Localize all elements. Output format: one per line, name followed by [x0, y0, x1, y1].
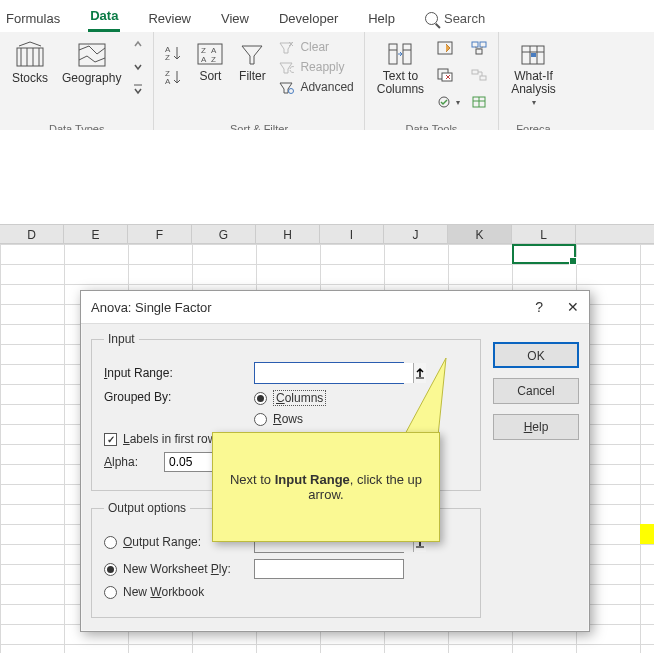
sort-za-button[interactable]: ZA — [164, 68, 184, 86]
new-worksheet-ply-input[interactable] — [254, 559, 404, 579]
flash-fill-button[interactable] — [436, 40, 460, 59]
radio-icon — [254, 392, 267, 405]
col-header[interactable]: F — [128, 225, 192, 243]
svg-text:A: A — [211, 46, 217, 55]
output-legend: Output options — [104, 501, 190, 515]
group-data-types: Stocks Geography Data Types — [0, 32, 154, 137]
sort-az-button[interactable]: AZ — [164, 44, 184, 62]
consolidate-button[interactable] — [470, 40, 488, 59]
svg-rect-33 — [480, 76, 486, 80]
input-range-field — [254, 362, 404, 384]
stocks-icon — [15, 40, 45, 70]
search-icon — [425, 12, 438, 25]
col-header[interactable]: E — [64, 225, 128, 243]
svg-rect-25 — [442, 73, 452, 81]
dialog-help-icon[interactable]: ? — [535, 299, 543, 315]
clear-button[interactable]: Clear — [278, 40, 353, 54]
svg-text:Z: Z — [201, 46, 206, 55]
col-header[interactable]: K — [448, 225, 512, 243]
instruction-callout: Next to Input Range, click the up arrow. — [212, 432, 440, 542]
filter-button[interactable]: Filter — [236, 38, 268, 85]
input-range-input[interactable] — [255, 363, 413, 383]
stocks-label: Stocks — [12, 72, 48, 85]
svg-rect-20 — [403, 44, 411, 64]
svg-text:Z: Z — [211, 55, 216, 64]
filter-label: Filter — [239, 70, 266, 83]
svg-rect-29 — [472, 42, 478, 47]
datatypes-prev-icon[interactable] — [133, 38, 143, 52]
sort-button[interactable]: ZAAZ Sort — [194, 38, 226, 85]
ok-button[interactable]: OK — [493, 342, 579, 368]
svg-rect-30 — [480, 42, 486, 47]
radio-icon — [104, 563, 117, 576]
dialog-button-column: OK Cancel Help — [493, 328, 579, 628]
datatypes-next-icon[interactable] — [133, 61, 143, 75]
search-label: Search — [444, 11, 485, 26]
col-header[interactable]: J — [384, 225, 448, 243]
dialog-titlebar[interactable]: Anova: Single Factor ? ✕ — [81, 291, 589, 324]
filter-icon — [238, 40, 266, 68]
search-tab[interactable]: Search — [423, 7, 487, 32]
tab-review[interactable]: Review — [146, 7, 193, 32]
grouped-columns-radio[interactable]: Columns — [254, 390, 326, 406]
text-to-columns-button[interactable]: Text to Columns — [375, 38, 426, 98]
what-if-label: What-If Analysis — [511, 70, 556, 96]
manage-data-model-button[interactable] — [470, 94, 488, 113]
tab-data[interactable]: Data — [88, 4, 120, 32]
svg-rect-5 — [79, 44, 105, 66]
reapply-button[interactable]: Reapply — [278, 60, 353, 74]
svg-rect-31 — [476, 49, 482, 54]
svg-text:A: A — [165, 77, 171, 86]
svg-rect-19 — [389, 44, 397, 64]
dialog-close-icon[interactable]: ✕ — [567, 299, 579, 315]
svg-rect-41 — [531, 53, 536, 57]
help-button[interactable]: Help — [493, 414, 579, 440]
tab-help[interactable]: Help — [366, 7, 397, 32]
cancel-button[interactable]: Cancel — [493, 378, 579, 404]
col-header[interactable]: G — [192, 225, 256, 243]
new-worksheet-ply-radio[interactable]: New Worksheet Ply: — [104, 562, 254, 576]
highlighted-cell-fragment — [640, 524, 654, 544]
group-data-tools: Text to Columns ▾ Data Tools — [365, 32, 499, 137]
what-if-icon — [519, 40, 547, 68]
radio-icon — [254, 413, 267, 426]
ribbon-body: Stocks Geography Data Types — [0, 32, 654, 138]
relationships-button[interactable] — [470, 67, 488, 86]
datatypes-more-icon[interactable] — [133, 83, 143, 98]
remove-duplicates-button[interactable] — [436, 67, 460, 86]
dialog-title: Anova: Single Factor — [91, 300, 212, 315]
stocks-button[interactable]: Stocks — [10, 38, 50, 87]
grouped-by-label: Grouped By: — [104, 390, 254, 404]
grouped-rows-radio[interactable]: Rows — [254, 412, 326, 426]
tab-formulas[interactable]: Formulas — [4, 7, 62, 32]
col-header[interactable]: H — [256, 225, 320, 243]
svg-text:Z: Z — [165, 53, 170, 62]
input-legend: Input — [104, 332, 139, 346]
col-header[interactable]: I — [320, 225, 384, 243]
sort-icon: ZAAZ — [196, 40, 224, 68]
labels-first-row-checkbox[interactable]: Labels in first row — [104, 432, 216, 446]
tab-view[interactable]: View — [219, 7, 251, 32]
checkbox-icon — [104, 433, 117, 446]
radio-icon — [104, 536, 117, 549]
text-to-columns-label: Text to Columns — [377, 70, 424, 96]
radio-icon — [104, 586, 117, 599]
alpha-label: Alpha: — [104, 455, 164, 469]
ribbon-tabs: Formulas Data Review View Developer Help… — [0, 0, 654, 32]
new-workbook-radio[interactable]: New Workbook — [104, 585, 204, 599]
input-range-label: Input Range: — [104, 366, 254, 380]
geography-button[interactable]: Geography — [60, 38, 123, 87]
col-header[interactable]: L — [512, 225, 576, 243]
svg-rect-32 — [472, 70, 478, 74]
what-if-button[interactable]: What-If Analysis▾ — [509, 38, 558, 109]
active-cell[interactable] — [512, 244, 576, 264]
col-header[interactable]: D — [0, 225, 64, 243]
data-validation-button[interactable]: ▾ — [436, 94, 460, 110]
tab-developer[interactable]: Developer — [277, 7, 340, 32]
geography-label: Geography — [62, 72, 121, 85]
advanced-button[interactable]: Advanced — [278, 80, 353, 94]
group-sort-filter: AZ ZA ZAAZ Sort Filter — [154, 32, 364, 137]
svg-point-18 — [289, 89, 294, 94]
group-forecast: What-If Analysis▾ Foreca — [499, 32, 568, 137]
geography-icon — [77, 40, 107, 70]
